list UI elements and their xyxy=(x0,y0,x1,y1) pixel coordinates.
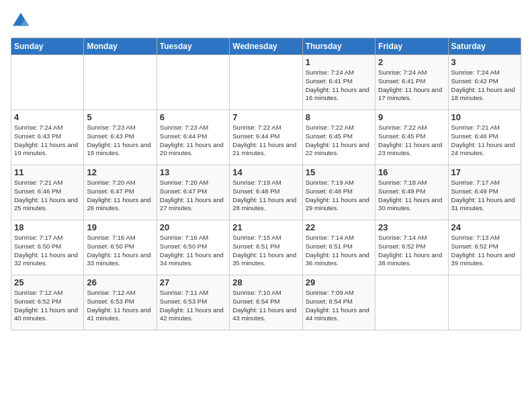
col-header-friday: Friday xyxy=(375,38,448,55)
day-info: Sunrise: 7:19 AM Sunset: 6:48 PM Dayligh… xyxy=(232,179,299,213)
day-info: Sunrise: 7:17 AM Sunset: 6:49 PM Dayligh… xyxy=(451,179,518,213)
calendar-cell: 15Sunrise: 7:19 AM Sunset: 6:48 PM Dayli… xyxy=(302,165,375,220)
logo-icon xyxy=(11,11,31,31)
day-info: Sunrise: 7:24 AM Sunset: 6:43 PM Dayligh… xyxy=(14,124,81,158)
day-number: 14 xyxy=(232,167,299,177)
day-info: Sunrise: 7:24 AM Sunset: 6:41 PM Dayligh… xyxy=(378,68,445,103)
day-number: 10 xyxy=(451,112,518,122)
calendar-cell xyxy=(230,55,302,110)
col-header-saturday: Saturday xyxy=(448,38,521,55)
logo xyxy=(11,11,34,31)
day-info: Sunrise: 7:21 AM Sunset: 6:46 PM Dayligh… xyxy=(14,179,81,213)
day-info: Sunrise: 7:22 AM Sunset: 6:44 PM Dayligh… xyxy=(232,124,299,158)
calendar-cell: 9Sunrise: 7:22 AM Sunset: 6:45 PM Daylig… xyxy=(375,110,448,165)
calendar-cell: 29Sunrise: 7:09 AM Sunset: 6:54 PM Dayli… xyxy=(302,275,375,330)
day-info: Sunrise: 7:20 AM Sunset: 6:47 PM Dayligh… xyxy=(160,179,226,213)
day-number: 29 xyxy=(306,277,372,287)
header-row: SundayMondayTuesdayWednesdayThursdayFrid… xyxy=(11,38,521,55)
day-number: 19 xyxy=(87,222,153,232)
day-number: 4 xyxy=(14,112,81,122)
day-info: Sunrise: 7:19 AM Sunset: 6:48 PM Dayligh… xyxy=(306,179,372,213)
day-number: 13 xyxy=(160,167,226,177)
day-info: Sunrise: 7:16 AM Sunset: 6:50 PM Dayligh… xyxy=(87,234,153,268)
day-number: 5 xyxy=(87,112,153,122)
day-number: 1 xyxy=(306,57,372,67)
day-info: Sunrise: 7:23 AM Sunset: 6:43 PM Dayligh… xyxy=(87,124,153,158)
calendar-cell: 25Sunrise: 7:12 AM Sunset: 6:52 PM Dayli… xyxy=(11,275,84,330)
day-info: Sunrise: 7:21 AM Sunset: 6:46 PM Dayligh… xyxy=(451,124,518,158)
calendar-cell: 27Sunrise: 7:11 AM Sunset: 6:53 PM Dayli… xyxy=(157,275,229,330)
calendar-cell: 5Sunrise: 7:23 AM Sunset: 6:43 PM Daylig… xyxy=(84,110,157,165)
day-info: Sunrise: 7:10 AM Sunset: 6:54 PM Dayligh… xyxy=(232,289,299,323)
day-info: Sunrise: 7:14 AM Sunset: 6:52 PM Dayligh… xyxy=(378,234,445,268)
calendar-cell: 23Sunrise: 7:14 AM Sunset: 6:52 PM Dayli… xyxy=(375,220,448,275)
calendar-cell: 6Sunrise: 7:23 AM Sunset: 6:44 PM Daylig… xyxy=(157,110,229,165)
calendar-cell: 8Sunrise: 7:22 AM Sunset: 6:45 PM Daylig… xyxy=(302,110,375,165)
calendar-cell: 4Sunrise: 7:24 AM Sunset: 6:43 PM Daylig… xyxy=(11,110,84,165)
col-header-monday: Monday xyxy=(84,38,157,55)
day-info: Sunrise: 7:09 AM Sunset: 6:54 PM Dayligh… xyxy=(306,289,372,323)
day-info: Sunrise: 7:17 AM Sunset: 6:50 PM Dayligh… xyxy=(14,234,81,268)
calendar-week-2: 4Sunrise: 7:24 AM Sunset: 6:43 PM Daylig… xyxy=(11,110,521,165)
calendar-cell: 19Sunrise: 7:16 AM Sunset: 6:50 PM Dayli… xyxy=(84,220,157,275)
col-header-thursday: Thursday xyxy=(302,38,375,55)
calendar-cell: 16Sunrise: 7:18 AM Sunset: 6:49 PM Dayli… xyxy=(375,165,448,220)
calendar-cell xyxy=(375,275,448,330)
calendar-cell xyxy=(448,275,521,330)
day-info: Sunrise: 7:12 AM Sunset: 6:53 PM Dayligh… xyxy=(87,289,153,323)
calendar-cell: 24Sunrise: 7:13 AM Sunset: 6:52 PM Dayli… xyxy=(448,220,521,275)
day-number: 21 xyxy=(232,222,299,232)
calendar-week-1: 1Sunrise: 7:24 AM Sunset: 6:41 PM Daylig… xyxy=(11,55,521,110)
day-info: Sunrise: 7:18 AM Sunset: 6:49 PM Dayligh… xyxy=(378,179,445,213)
day-number: 27 xyxy=(160,277,226,287)
day-number: 11 xyxy=(14,167,81,177)
col-header-sunday: Sunday xyxy=(11,38,84,55)
calendar-cell: 18Sunrise: 7:17 AM Sunset: 6:50 PM Dayli… xyxy=(11,220,84,275)
day-number: 7 xyxy=(232,112,299,122)
day-info: Sunrise: 7:12 AM Sunset: 6:52 PM Dayligh… xyxy=(14,289,81,323)
calendar-cell xyxy=(157,55,229,110)
day-number: 25 xyxy=(14,277,81,287)
page-header xyxy=(11,11,521,31)
day-number: 23 xyxy=(378,222,445,232)
day-info: Sunrise: 7:16 AM Sunset: 6:50 PM Dayligh… xyxy=(160,234,226,268)
day-number: 6 xyxy=(160,112,226,122)
calendar-cell: 11Sunrise: 7:21 AM Sunset: 6:46 PM Dayli… xyxy=(11,165,84,220)
calendar-week-3: 11Sunrise: 7:21 AM Sunset: 6:46 PM Dayli… xyxy=(11,165,521,220)
day-info: Sunrise: 7:22 AM Sunset: 6:45 PM Dayligh… xyxy=(378,124,445,158)
calendar-cell: 14Sunrise: 7:19 AM Sunset: 6:48 PM Dayli… xyxy=(230,165,302,220)
day-info: Sunrise: 7:13 AM Sunset: 6:52 PM Dayligh… xyxy=(451,234,518,268)
calendar-cell: 20Sunrise: 7:16 AM Sunset: 6:50 PM Dayli… xyxy=(157,220,229,275)
calendar-cell: 1Sunrise: 7:24 AM Sunset: 6:41 PM Daylig… xyxy=(302,55,375,110)
day-number: 22 xyxy=(306,222,372,232)
day-number: 20 xyxy=(160,222,226,232)
day-info: Sunrise: 7:23 AM Sunset: 6:44 PM Dayligh… xyxy=(160,124,226,158)
day-info: Sunrise: 7:14 AM Sunset: 6:51 PM Dayligh… xyxy=(306,234,372,268)
day-info: Sunrise: 7:24 AM Sunset: 6:42 PM Dayligh… xyxy=(451,68,518,103)
day-number: 18 xyxy=(14,222,81,232)
calendar-cell: 28Sunrise: 7:10 AM Sunset: 6:54 PM Dayli… xyxy=(230,275,302,330)
day-info: Sunrise: 7:15 AM Sunset: 6:51 PM Dayligh… xyxy=(232,234,299,268)
col-header-wednesday: Wednesday xyxy=(230,38,302,55)
calendar-cell xyxy=(84,55,157,110)
day-info: Sunrise: 7:24 AM Sunset: 6:41 PM Dayligh… xyxy=(306,68,372,103)
day-number: 9 xyxy=(378,112,445,122)
day-info: Sunrise: 7:11 AM Sunset: 6:53 PM Dayligh… xyxy=(160,289,226,323)
calendar-cell: 12Sunrise: 7:20 AM Sunset: 6:47 PM Dayli… xyxy=(84,165,157,220)
day-number: 26 xyxy=(87,277,153,287)
col-header-tuesday: Tuesday xyxy=(157,38,229,55)
calendar-week-5: 25Sunrise: 7:12 AM Sunset: 6:52 PM Dayli… xyxy=(11,275,521,330)
day-info: Sunrise: 7:20 AM Sunset: 6:47 PM Dayligh… xyxy=(87,179,153,213)
day-number: 12 xyxy=(87,167,153,177)
day-info: Sunrise: 7:22 AM Sunset: 6:45 PM Dayligh… xyxy=(306,124,372,158)
day-number: 2 xyxy=(378,57,445,67)
calendar-cell: 17Sunrise: 7:17 AM Sunset: 6:49 PM Dayli… xyxy=(448,165,521,220)
calendar-cell: 2Sunrise: 7:24 AM Sunset: 6:41 PM Daylig… xyxy=(375,55,448,110)
calendar-cell: 3Sunrise: 7:24 AM Sunset: 6:42 PM Daylig… xyxy=(448,55,521,110)
calendar-cell: 10Sunrise: 7:21 AM Sunset: 6:46 PM Dayli… xyxy=(448,110,521,165)
calendar-cell: 13Sunrise: 7:20 AM Sunset: 6:47 PM Dayli… xyxy=(157,165,229,220)
calendar-cell: 22Sunrise: 7:14 AM Sunset: 6:51 PM Dayli… xyxy=(302,220,375,275)
day-number: 28 xyxy=(232,277,299,287)
day-number: 24 xyxy=(451,222,518,232)
calendar-cell: 7Sunrise: 7:22 AM Sunset: 6:44 PM Daylig… xyxy=(230,110,302,165)
